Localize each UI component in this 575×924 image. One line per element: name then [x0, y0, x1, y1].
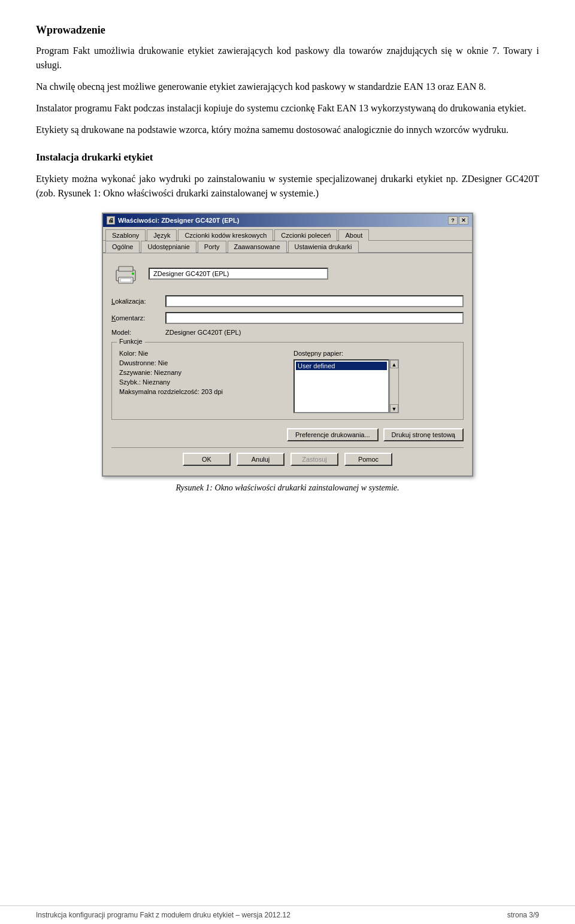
printer-properties-dialog: 🖨 Właściwości: ZDesigner GC420T (EPL) ? …	[102, 213, 473, 477]
model-value: ZDesigner GC420T (EPL)	[165, 329, 241, 336]
dialog-icon: 🖨	[107, 216, 115, 225]
tabs-row2: Ogólne Udostępnianie Porty Zaawansowane …	[103, 241, 472, 253]
dialog-wrapper: 🖨 Właściwości: ZDesigner GC420T (EPL) ? …	[36, 213, 539, 501]
scroll-down-button[interactable]: ▼	[390, 404, 398, 413]
zastosuj-button[interactable]: Zastosuj	[290, 453, 338, 466]
paper-list[interactable]: User defined	[293, 359, 389, 413]
paper-item-user-defined[interactable]: User defined	[296, 362, 387, 370]
model-label: Model:	[111, 329, 165, 336]
szybk-row: Szybk.: Nieznany	[119, 378, 282, 386]
zszywanie-row: Zszywanie: Nieznany	[119, 369, 282, 376]
paragraph-2: Na chwilę obecną jest możliwe generowani…	[36, 80, 539, 94]
maks-row: Maksymalna rozdzielczość: 203 dpi	[119, 388, 282, 395]
tab-czcionki-kodow[interactable]: Czcionki kodów kreskowych	[178, 229, 273, 241]
anuluj-button[interactable]: Anuluj	[237, 453, 285, 466]
preferencje-drukowania-button[interactable]: Preferencje drukowania...	[287, 428, 379, 441]
dialog-title: Właściwości: ZDesigner GC420T (EPL)	[118, 217, 239, 224]
help-button[interactable]: ?	[448, 216, 458, 225]
paragraph-5: Etykiety można wykonać jako wydruki po z…	[36, 172, 539, 201]
tab-ustawienia-drukarki[interactable]: Ustawienia drukarki	[288, 241, 359, 253]
komentarz-row: Komentarz:	[111, 312, 464, 324]
kolor-row: Kolor: Nie	[119, 350, 282, 357]
functions-left: Kolor: Nie Dwustronne: Nie Zszywanie: Ni…	[119, 350, 282, 413]
paper-list-container: User defined ▲ ▼	[293, 359, 456, 413]
scroll-up-button[interactable]: ▲	[390, 360, 398, 368]
titlebar-buttons: ? ✕	[448, 216, 468, 225]
footer-left: Instrukcja konfiguracji programu Fakt z …	[36, 911, 290, 919]
scroll-track	[390, 368, 398, 404]
tabs-row1: Szablony Język Czcionki kodów kreskowych…	[103, 227, 472, 241]
svg-point-4	[132, 272, 134, 275]
dialog-titlebar: 🖨 Właściwości: ZDesigner GC420T (EPL) ? …	[103, 214, 472, 227]
dwustronne-row: Dwustronne: Nie	[119, 359, 282, 366]
paragraph-3: Instalator programu Fakt podczas instala…	[36, 101, 539, 116]
close-button[interactable]: ✕	[459, 216, 468, 225]
main-content: Wprowadzenie Program Fakt umożliwia druk…	[36, 24, 539, 501]
printer-icon	[111, 259, 140, 288]
drukuj-strone-testowa-button[interactable]: Drukuj stronę testową	[383, 428, 464, 441]
paragraph-4: Etykiety są drukowane na podstawie wzorc…	[36, 123, 539, 137]
tab-jezyk[interactable]: Język	[147, 229, 177, 241]
pomoc-button[interactable]: Pomoc	[344, 453, 392, 466]
printer-name-display: ZDesigner GC420T (EPL)	[149, 268, 328, 280]
ok-buttons-row: OK Anuluj Zastosuj Pomoc	[111, 447, 464, 469]
svg-rect-3	[120, 278, 131, 282]
komentarz-input[interactable]	[165, 312, 464, 324]
tab-porty[interactable]: Porty	[198, 241, 226, 253]
komentarz-label: Komentarz:	[111, 314, 165, 322]
lokalizacja-input[interactable]	[165, 295, 464, 307]
tab-zaawansowane[interactable]: Zaawansowane	[228, 241, 287, 253]
page-heading: Wprowadzenie	[36, 24, 539, 37]
printer-section: ZDesigner GC420T (EPL)	[111, 259, 464, 288]
tab-czcionki-polecen[interactable]: Czcionki poleceń	[274, 229, 337, 241]
lokalizacja-row: Lokalizacja:	[111, 295, 464, 307]
titlebar-left: 🖨 Właściwości: ZDesigner GC420T (EPL)	[107, 216, 239, 225]
svg-rect-1	[119, 266, 133, 271]
paragraph-1: Program Fakt umożliwia drukowanie etykie…	[36, 44, 539, 72]
page-footer: Instrukcja konfiguracji programu Fakt z …	[0, 905, 575, 924]
figure-caption: Rysunek 1: Okno właściwości drukarki zai…	[175, 481, 399, 494]
tab-szablony[interactable]: Szablony	[105, 229, 146, 241]
ok-button[interactable]: OK	[183, 453, 231, 466]
tab-ogolne[interactable]: Ogólne	[105, 241, 140, 253]
action-buttons-row: Preferencje drukowania... Drukuj stronę …	[111, 428, 464, 441]
dostepny-papier-label: Dostępny papier:	[293, 350, 456, 357]
tab-about[interactable]: About	[338, 229, 369, 241]
lokalizacja-label: Lokalizacja:	[111, 298, 165, 305]
tab-udostepnianie[interactable]: Udostępnianie	[141, 241, 196, 253]
functions-inner: Kolor: Nie Dwustronne: Nie Zszywanie: Ni…	[119, 350, 456, 413]
paper-scrollbar: ▲ ▼	[389, 359, 399, 413]
model-row: Model: ZDesigner GC420T (EPL)	[111, 329, 464, 336]
functions-right: Dostępny papier: User defined ▲ ▼	[293, 350, 456, 413]
dialog-body: ZDesigner GC420T (EPL) Lokalizacja: Kome…	[103, 253, 472, 475]
functions-legend: Funkcje	[117, 338, 145, 345]
functions-group: Funkcje Kolor: Nie Dwustronne: Nie Zszyw…	[111, 342, 464, 420]
section2-heading: Instalacja drukarki etykiet	[36, 152, 539, 163]
footer-right: strona 3/9	[507, 911, 539, 919]
